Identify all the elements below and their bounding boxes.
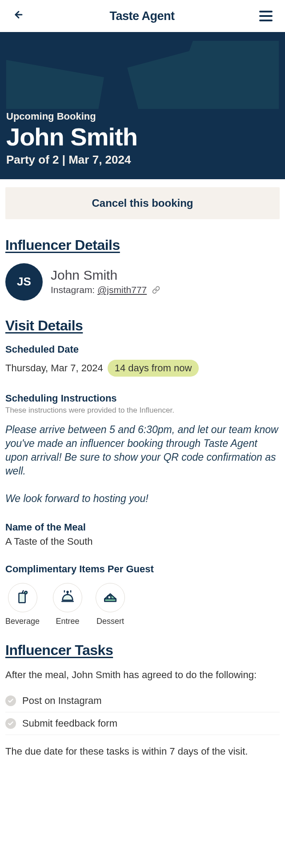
menu-icon[interactable] [259, 11, 273, 21]
svg-rect-3 [19, 593, 25, 603]
tasks-intro: After the meal, John Smith has agreed to… [5, 668, 280, 682]
instructions-label: Scheduling Instructions [5, 393, 280, 404]
hero-name: John Smith [6, 124, 279, 150]
comp-item-dessert: Dessert [96, 583, 125, 626]
cancel-booking-button[interactable]: Cancel this booking [5, 187, 280, 219]
comp-item-entree: Entree [53, 583, 82, 626]
entree-icon [53, 583, 82, 612]
comp-items-block: Complimentary Items Per Guest Beverage [5, 563, 280, 626]
instructions-note: These instructions were provided to the … [5, 406, 280, 415]
beverage-icon [8, 583, 37, 612]
dessert-icon [96, 583, 125, 612]
task-row: Submit feedback form [5, 712, 280, 735]
comp-beverage-label: Beverage [5, 617, 40, 626]
task-label: Post on Instagram [22, 695, 102, 707]
relative-date-badge: 14 days from now [108, 360, 199, 377]
check-icon [5, 718, 16, 729]
influencer-name: John Smith [51, 268, 160, 283]
comp-item-beverage: Beverage [5, 583, 40, 626]
task-row: Post on Instagram [5, 690, 280, 712]
svg-rect-2 [6, 58, 104, 109]
influencer-handle-link[interactable]: @jsmith777 [97, 285, 147, 295]
instructions-block: Scheduling Instructions These instructio… [5, 393, 280, 506]
scheduled-date-value: Thursday, Mar 7, 2024 [5, 362, 103, 374]
svg-rect-1 [127, 46, 227, 109]
hero: Upcoming Booking John Smith Party of 2 |… [0, 32, 285, 179]
meal-block: Name of the Meal A Taste of the South [5, 522, 280, 547]
influencer-network-label: Instagram: [51, 285, 97, 295]
avatar: JS [5, 263, 43, 301]
meal-name: A Taste of the South [5, 536, 280, 547]
svg-rect-11 [108, 596, 111, 599]
tasks-due-note: The due date for these tasks is within 7… [5, 745, 280, 758]
check-icon [5, 695, 16, 706]
back-arrow-icon[interactable] [12, 9, 25, 23]
scheduled-date-block: Scheduled Date Thursday, Mar 7, 2024 14 … [5, 344, 280, 377]
hero-decorative-pattern [6, 41, 279, 111]
influencer-handle-line: Instagram: @jsmith777 [51, 285, 160, 296]
meal-label: Name of the Meal [5, 522, 280, 533]
comp-items-label: Complimentary Items Per Guest [5, 563, 280, 575]
link-icon [152, 285, 160, 296]
comp-dessert-label: Dessert [96, 617, 124, 626]
comp-entree-label: Entree [56, 617, 80, 626]
tasks-heading: Influencer Tasks [5, 642, 280, 659]
app-header: Taste Agent [0, 0, 285, 32]
svg-point-5 [24, 591, 27, 594]
hero-subline: Party of 2 | Mar 7, 2024 [6, 153, 279, 167]
task-label: Submit feedback form [22, 718, 117, 729]
svg-rect-0 [171, 41, 279, 109]
svg-point-8 [67, 591, 68, 593]
app-title: Taste Agent [109, 9, 174, 23]
scheduled-date-label: Scheduled Date [5, 344, 280, 355]
visit-details-heading: Visit Details [5, 317, 280, 334]
influencer-summary: JS John Smith Instagram: @jsmith777 [5, 263, 280, 301]
influencer-details-heading: Influencer Details [5, 237, 280, 253]
hero-eyebrow: Upcoming Booking [6, 111, 279, 122]
instructions-body: Please arrive between 5 and 6:30pm, and … [5, 423, 280, 506]
